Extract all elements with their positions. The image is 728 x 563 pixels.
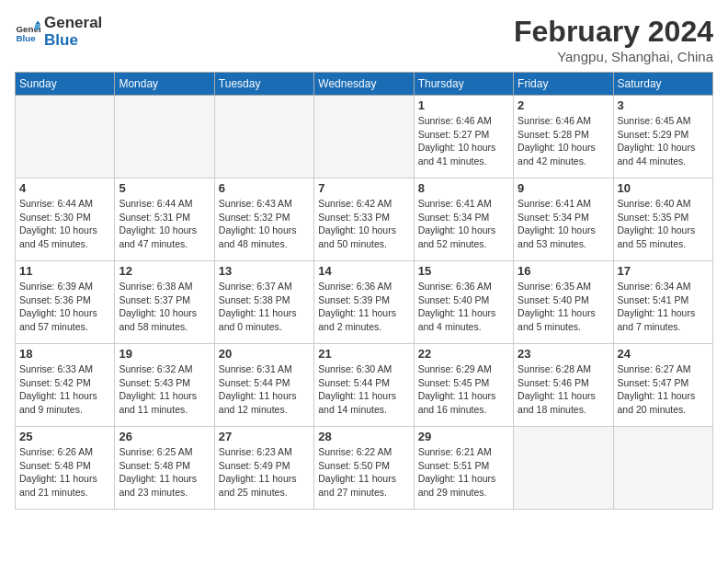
day-number: 3 bbox=[618, 98, 709, 112]
day-info: Sunrise: 6:45 AMSunset: 5:29 PMDaylight:… bbox=[618, 114, 709, 168]
day-number: 28 bbox=[318, 430, 409, 443]
weekday-header-friday: Friday bbox=[514, 73, 613, 96]
title-block: February 2024 Yangpu, Shanghai, China bbox=[514, 15, 713, 64]
day-info: Sunrise: 6:36 AMSunset: 5:40 PMDaylight:… bbox=[418, 280, 509, 334]
weekday-header-tuesday: Tuesday bbox=[214, 73, 313, 96]
calendar-cell: 26Sunrise: 6:25 AMSunset: 5:48 PMDayligh… bbox=[115, 427, 214, 510]
day-number: 26 bbox=[119, 430, 210, 443]
day-number: 29 bbox=[418, 430, 509, 443]
day-number: 15 bbox=[418, 264, 509, 278]
calendar-cell: 18Sunrise: 6:33 AMSunset: 5:42 PMDayligh… bbox=[16, 344, 115, 427]
day-info: Sunrise: 6:27 AMSunset: 5:47 PMDaylight:… bbox=[618, 362, 709, 417]
day-info: Sunrise: 6:43 AMSunset: 5:32 PMDaylight:… bbox=[219, 197, 310, 251]
day-info: Sunrise: 6:29 AMSunset: 5:45 PMDaylight:… bbox=[418, 362, 509, 417]
day-number: 24 bbox=[618, 347, 709, 361]
day-info: Sunrise: 6:36 AMSunset: 5:39 PMDaylight:… bbox=[318, 280, 409, 334]
logo-line2: Blue bbox=[44, 32, 102, 50]
calendar-cell: 5Sunrise: 6:44 AMSunset: 5:31 PMDaylight… bbox=[115, 178, 214, 261]
day-number: 25 bbox=[19, 430, 110, 443]
calendar-cell: 1Sunrise: 6:46 AMSunset: 5:27 PMDaylight… bbox=[414, 96, 513, 178]
calendar-cell: 27Sunrise: 6:23 AMSunset: 5:49 PMDayligh… bbox=[214, 427, 313, 510]
day-info: Sunrise: 6:41 AMSunset: 5:34 PMDaylight:… bbox=[418, 197, 509, 251]
calendar-cell: 22Sunrise: 6:29 AMSunset: 5:45 PMDayligh… bbox=[414, 344, 513, 427]
calendar-cell: 20Sunrise: 6:31 AMSunset: 5:44 PMDayligh… bbox=[214, 344, 313, 427]
day-info: Sunrise: 6:41 AMSunset: 5:34 PMDaylight:… bbox=[518, 197, 609, 251]
calendar-cell bbox=[16, 96, 115, 178]
day-number: 21 bbox=[318, 347, 409, 361]
day-info: Sunrise: 6:22 AMSunset: 5:50 PMDaylight:… bbox=[318, 445, 409, 500]
day-number: 13 bbox=[219, 264, 310, 278]
day-info: Sunrise: 6:30 AMSunset: 5:44 PMDaylight:… bbox=[318, 362, 409, 417]
svg-marker-2 bbox=[35, 20, 40, 24]
day-number: 8 bbox=[418, 181, 509, 195]
day-number: 14 bbox=[318, 264, 409, 278]
day-number: 20 bbox=[219, 347, 310, 361]
calendar-cell: 12Sunrise: 6:38 AMSunset: 5:37 PMDayligh… bbox=[115, 261, 214, 344]
logo: General Blue General Blue bbox=[15, 15, 102, 49]
calendar-cell: 7Sunrise: 6:42 AMSunset: 5:33 PMDaylight… bbox=[314, 178, 414, 261]
calendar-cell: 28Sunrise: 6:22 AMSunset: 5:50 PMDayligh… bbox=[314, 427, 414, 510]
calendar-cell: 15Sunrise: 6:36 AMSunset: 5:40 PMDayligh… bbox=[414, 261, 513, 344]
day-info: Sunrise: 6:21 AMSunset: 5:51 PMDaylight:… bbox=[418, 445, 509, 500]
calendar-week-4: 18Sunrise: 6:33 AMSunset: 5:42 PMDayligh… bbox=[16, 344, 713, 427]
logo-icon: General Blue bbox=[15, 19, 40, 45]
calendar-week-1: 1Sunrise: 6:46 AMSunset: 5:27 PMDaylight… bbox=[16, 96, 713, 178]
calendar-week-5: 25Sunrise: 6:26 AMSunset: 5:48 PMDayligh… bbox=[16, 427, 713, 510]
day-info: Sunrise: 6:23 AMSunset: 5:49 PMDaylight:… bbox=[219, 445, 310, 500]
day-info: Sunrise: 6:46 AMSunset: 5:28 PMDaylight:… bbox=[518, 114, 609, 168]
day-info: Sunrise: 6:39 AMSunset: 5:36 PMDaylight:… bbox=[19, 280, 110, 334]
day-info: Sunrise: 6:38 AMSunset: 5:37 PMDaylight:… bbox=[119, 280, 210, 334]
day-info: Sunrise: 6:42 AMSunset: 5:33 PMDaylight:… bbox=[318, 197, 409, 251]
day-number: 16 bbox=[518, 264, 609, 278]
calendar-cell: 23Sunrise: 6:28 AMSunset: 5:46 PMDayligh… bbox=[514, 344, 613, 427]
calendar-cell: 21Sunrise: 6:30 AMSunset: 5:44 PMDayligh… bbox=[314, 344, 414, 427]
calendar-cell: 24Sunrise: 6:27 AMSunset: 5:47 PMDayligh… bbox=[613, 344, 712, 427]
month-year-title: February 2024 bbox=[514, 15, 713, 49]
calendar-cell: 4Sunrise: 6:44 AMSunset: 5:30 PMDaylight… bbox=[16, 178, 115, 261]
day-info: Sunrise: 6:28 AMSunset: 5:46 PMDaylight:… bbox=[518, 362, 609, 417]
day-info: Sunrise: 6:33 AMSunset: 5:42 PMDaylight:… bbox=[19, 362, 110, 417]
day-number: 7 bbox=[318, 181, 409, 195]
day-number: 22 bbox=[418, 347, 509, 361]
day-number: 2 bbox=[518, 98, 609, 112]
calendar-week-3: 11Sunrise: 6:39 AMSunset: 5:36 PMDayligh… bbox=[16, 261, 713, 344]
calendar-cell: 29Sunrise: 6:21 AMSunset: 5:51 PMDayligh… bbox=[414, 427, 513, 510]
page-header: General Blue General Blue February 2024 … bbox=[15, 15, 713, 64]
day-number: 18 bbox=[19, 347, 110, 361]
location-subtitle: Yangpu, Shanghai, China bbox=[514, 49, 713, 64]
day-info: Sunrise: 6:44 AMSunset: 5:30 PMDaylight:… bbox=[19, 197, 110, 251]
svg-text:Blue: Blue bbox=[16, 32, 36, 42]
day-number: 6 bbox=[219, 181, 310, 195]
calendar-cell: 11Sunrise: 6:39 AMSunset: 5:36 PMDayligh… bbox=[16, 261, 115, 344]
weekday-header-sunday: Sunday bbox=[16, 73, 115, 96]
calendar-cell: 13Sunrise: 6:37 AMSunset: 5:38 PMDayligh… bbox=[214, 261, 313, 344]
weekday-header-monday: Monday bbox=[115, 73, 214, 96]
day-number: 12 bbox=[119, 264, 210, 278]
calendar-table: SundayMondayTuesdayWednesdayThursdayFrid… bbox=[15, 72, 713, 510]
day-number: 17 bbox=[618, 264, 709, 278]
calendar-cell bbox=[115, 96, 214, 178]
day-info: Sunrise: 6:25 AMSunset: 5:48 PMDaylight:… bbox=[119, 445, 210, 500]
calendar-cell bbox=[314, 96, 414, 178]
day-info: Sunrise: 6:40 AMSunset: 5:35 PMDaylight:… bbox=[618, 197, 709, 251]
day-info: Sunrise: 6:32 AMSunset: 5:43 PMDaylight:… bbox=[119, 362, 210, 417]
calendar-cell bbox=[613, 427, 712, 510]
day-info: Sunrise: 6:46 AMSunset: 5:27 PMDaylight:… bbox=[418, 114, 509, 168]
logo-line1: General bbox=[44, 15, 102, 32]
day-number: 27 bbox=[219, 430, 310, 443]
day-number: 11 bbox=[19, 264, 110, 278]
weekday-header-thursday: Thursday bbox=[414, 73, 513, 96]
day-info: Sunrise: 6:26 AMSunset: 5:48 PMDaylight:… bbox=[19, 445, 110, 500]
day-info: Sunrise: 6:44 AMSunset: 5:31 PMDaylight:… bbox=[119, 197, 210, 251]
calendar-cell: 8Sunrise: 6:41 AMSunset: 5:34 PMDaylight… bbox=[414, 178, 513, 261]
day-number: 10 bbox=[618, 181, 709, 195]
day-info: Sunrise: 6:31 AMSunset: 5:44 PMDaylight:… bbox=[219, 362, 310, 417]
calendar-cell: 14Sunrise: 6:36 AMSunset: 5:39 PMDayligh… bbox=[314, 261, 414, 344]
calendar-cell: 2Sunrise: 6:46 AMSunset: 5:28 PMDaylight… bbox=[514, 96, 613, 178]
day-number: 9 bbox=[518, 181, 609, 195]
weekday-header-wednesday: Wednesday bbox=[314, 73, 414, 96]
day-number: 19 bbox=[119, 347, 210, 361]
weekday-header-row: SundayMondayTuesdayWednesdayThursdayFrid… bbox=[16, 73, 713, 96]
calendar-cell: 25Sunrise: 6:26 AMSunset: 5:48 PMDayligh… bbox=[16, 427, 115, 510]
calendar-cell bbox=[214, 96, 313, 178]
